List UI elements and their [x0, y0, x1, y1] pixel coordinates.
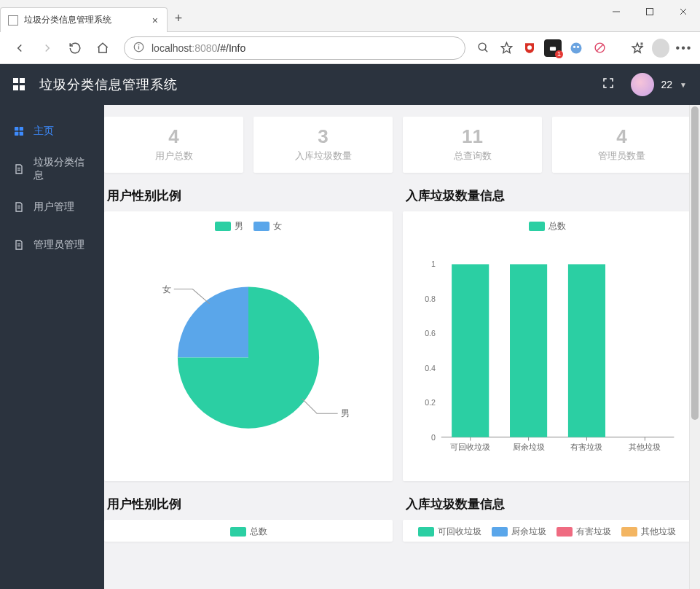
- url-input[interactable]: localhost:8080/#/Info: [124, 36, 465, 60]
- stat-row: 4 用户总数 3 入库垃圾数量 11 总查询数 4 管理员数量: [104, 117, 691, 173]
- document-icon: [13, 201, 25, 213]
- legend-item[interactable]: 厨余垃圾: [492, 526, 546, 538]
- stat-label: 总查询数: [403, 149, 542, 163]
- chart-card-pie2: 总数: [104, 520, 393, 542]
- sidebar-item-label: 用户管理: [34, 200, 74, 214]
- svg-rect-24: [15, 132, 18, 136]
- browser-tab[interactable]: 垃圾分类信息管理系统 ×: [0, 7, 168, 32]
- nav-refresh-button[interactable]: [63, 36, 87, 61]
- extension-icon[interactable]: 1: [544, 39, 562, 57]
- window-minimize-button[interactable]: [599, 0, 633, 23]
- legend-pie: 男 女: [114, 220, 382, 233]
- app-title: 垃圾分类信息管理系统: [39, 76, 178, 93]
- nav-back-button[interactable]: [7, 36, 32, 61]
- svg-text:0.4: 0.4: [425, 364, 436, 372]
- svg-rect-41: [452, 264, 489, 437]
- chart-card-pie: 男 女 女 男: [104, 211, 393, 481]
- stat-value: 4: [552, 125, 691, 148]
- site-info-icon[interactable]: [133, 42, 144, 55]
- document-icon: [13, 163, 25, 175]
- legend-item[interactable]: 其他垃圾: [621, 526, 676, 538]
- favorites-icon[interactable]: [629, 39, 646, 57]
- sidebar-item-garbage-info[interactable]: 垃圾分类信息: [0, 150, 104, 188]
- nav-home-button[interactable]: [90, 36, 115, 61]
- document-icon: [13, 239, 25, 251]
- svg-text:0.8: 0.8: [425, 294, 436, 303]
- sidebar-item-label: 管理员管理: [34, 238, 84, 251]
- stat-card-queries: 11 总查询数: [403, 117, 542, 173]
- legend-item[interactable]: 有害垃圾: [557, 526, 611, 538]
- svg-rect-25: [20, 132, 23, 136]
- sidebar-item-label: 主页: [34, 125, 54, 138]
- svg-rect-23: [20, 127, 23, 130]
- sidebar-item-label: 垃圾分类信息: [34, 156, 91, 182]
- user-menu[interactable]: 22 ▼: [631, 73, 687, 96]
- vertical-scrollbar[interactable]: [689, 105, 700, 589]
- svg-point-15: [577, 45, 579, 47]
- svg-point-14: [573, 45, 575, 47]
- search-icon[interactable]: [474, 39, 492, 57]
- stat-card-garbage: 3 入库垃圾数量: [253, 117, 393, 173]
- profile-icon[interactable]: [652, 39, 669, 57]
- svg-line-17: [597, 44, 603, 51]
- legend-bar: 总数: [413, 220, 681, 233]
- browser-titlebar: 垃圾分类信息管理系统 × +: [0, 0, 700, 32]
- chart-title-pie2: 用户性别比例: [107, 496, 393, 512]
- svg-text:可回收垃圾: 可回收垃圾: [450, 442, 490, 451]
- legend-item[interactable]: 可回收垃圾: [418, 526, 481, 538]
- svg-rect-22: [15, 127, 18, 130]
- svg-text:0.6: 0.6: [425, 329, 436, 338]
- username: 22: [661, 79, 673, 90]
- chart-card-bar2: 可回收垃圾 厨余垃圾 有害垃圾 其他垃圾: [403, 520, 691, 542]
- extension-badge: 1: [555, 50, 563, 58]
- legend-item[interactable]: 男: [215, 220, 243, 233]
- fullscreen-icon[interactable]: [602, 77, 615, 93]
- chart-title-bar2: 入库垃圾数量信息: [406, 496, 691, 512]
- svg-text:0.2: 0.2: [425, 398, 436, 407]
- sidebar: 主页 垃圾分类信息 用户管理 管理员管理: [0, 105, 104, 589]
- sidebar-item-home[interactable]: 主页: [0, 112, 104, 150]
- sidebar-item-admin-mgmt[interactable]: 管理员管理: [0, 226, 104, 264]
- nav-forward-button[interactable]: [35, 36, 60, 61]
- svg-point-10: [527, 45, 532, 50]
- svg-line-8: [484, 50, 487, 52]
- window-close-button[interactable]: [666, 0, 700, 23]
- avatar: [631, 73, 654, 96]
- extension-icon-3[interactable]: [591, 39, 608, 57]
- sidebar-item-user-mgmt[interactable]: 用户管理: [0, 188, 104, 226]
- svg-rect-1: [647, 9, 653, 15]
- star-icon[interactable]: [498, 39, 515, 57]
- svg-text:其他垃圾: 其他垃圾: [629, 442, 661, 451]
- svg-point-6: [138, 44, 139, 45]
- pie-chart: 女 男: [114, 237, 382, 471]
- legend-item[interactable]: 总数: [230, 526, 267, 538]
- svg-point-7: [479, 43, 486, 50]
- svg-text:男: 男: [341, 408, 350, 418]
- chart-title-pie: 用户性别比例: [107, 187, 393, 204]
- bar-chart: 00.20.40.60.81 可回收垃圾厨余垃圾有害垃圾其他垃圾: [413, 237, 681, 468]
- legend-item[interactable]: 女: [253, 220, 282, 233]
- app-header: 垃圾分类信息管理系统 22 ▼: [0, 64, 700, 105]
- main-content: 4 用户总数 3 入库垃圾数量 11 总查询数 4 管理员数量: [104, 105, 700, 589]
- tab-title: 垃圾分类信息管理系统: [24, 14, 143, 26]
- window-maximize-button[interactable]: [633, 0, 666, 23]
- svg-marker-9: [501, 42, 511, 52]
- new-tab-button[interactable]: +: [168, 7, 189, 29]
- extension-icon-2[interactable]: [567, 39, 585, 57]
- browser-addressbar: localhost:8080/#/Info 1 •••: [0, 32, 700, 64]
- page-icon: [8, 15, 18, 26]
- app-logo-icon: [13, 78, 26, 91]
- svg-rect-12: [550, 47, 556, 50]
- ublock-extension-icon[interactable]: [521, 39, 538, 57]
- svg-text:1: 1: [431, 260, 436, 268]
- legend-item[interactable]: 总数: [529, 220, 566, 233]
- svg-rect-43: [568, 264, 605, 437]
- svg-text:0: 0: [431, 433, 436, 442]
- more-icon[interactable]: •••: [675, 39, 693, 57]
- svg-point-13: [571, 42, 582, 53]
- close-tab-icon[interactable]: ×: [149, 15, 161, 26]
- home-icon: [13, 125, 25, 137]
- stat-label: 入库垃圾数量: [253, 149, 393, 163]
- url-text: localhost:8080/#/Info: [152, 42, 245, 54]
- stat-card-admins: 4 管理员数量: [552, 117, 691, 173]
